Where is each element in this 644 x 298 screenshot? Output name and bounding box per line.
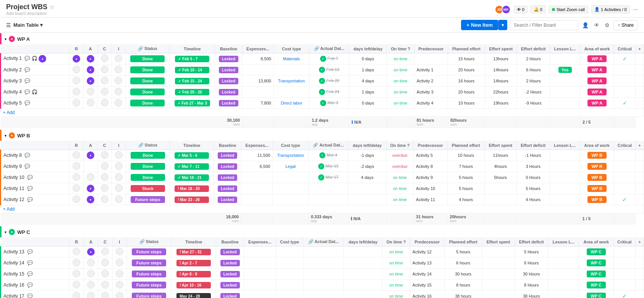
comment-icon[interactable]: 💬 bbox=[24, 164, 30, 169]
actual-date-cell: ✓ Feb 7 bbox=[309, 53, 349, 64]
add-cell[interactable]: + Add bbox=[1, 109, 644, 117]
comment-icon[interactable]: 💬 bbox=[24, 56, 30, 61]
col-a-cell bbox=[84, 258, 98, 269]
comment-icon[interactable]: 💬 bbox=[24, 78, 30, 84]
eye-counter-button[interactable]: 👁 0 bbox=[514, 6, 527, 13]
timeline-cell[interactable]: ✓ Feb 15 - 24 bbox=[170, 76, 215, 87]
activity-name-text: Activity 12 bbox=[3, 197, 24, 202]
timeline-cell[interactable]: ✓ Feb 27 - Mar 3 bbox=[170, 98, 215, 109]
area-badge: WP B bbox=[587, 174, 607, 181]
search-input[interactable] bbox=[510, 20, 578, 30]
on-time-cell: on time bbox=[382, 258, 410, 269]
sum-expenses: 30,100sum bbox=[1, 117, 243, 128]
add-cell[interactable]: + Add bbox=[1, 205, 644, 213]
sum-empty5 bbox=[516, 213, 550, 224]
status-cell[interactable]: Done bbox=[126, 172, 170, 183]
comment-icon[interactable]: 💬 bbox=[27, 260, 33, 266]
col-c-b: C bbox=[97, 141, 112, 150]
add-row[interactable]: + Add bbox=[1, 205, 644, 213]
baseline-cell: Locked bbox=[215, 98, 242, 109]
cost-type-cell: Legal bbox=[273, 161, 309, 172]
col-a-cell bbox=[83, 98, 97, 109]
group-toggle-wpa[interactable]: ▾ bbox=[5, 37, 6, 41]
col-add-c[interactable]: + bbox=[635, 237, 644, 246]
person-filter-button[interactable]: 👤 bbox=[581, 21, 590, 30]
filter-button[interactable]: ⚙ bbox=[603, 21, 611, 30]
activity-name-text: Activity 15 bbox=[3, 271, 24, 277]
status-cell[interactable]: Future steps bbox=[127, 258, 172, 269]
comment-icon[interactable]: 💬 bbox=[27, 271, 33, 277]
col-add-b[interactable]: + bbox=[636, 141, 644, 150]
more-options-button[interactable]: ··· bbox=[633, 6, 638, 13]
board-description[interactable]: Add board description bbox=[6, 11, 55, 16]
status-cell[interactable]: Stuck bbox=[126, 183, 170, 194]
status-badge: Done bbox=[130, 66, 165, 73]
timeline-cell[interactable]: ! Mar 27 - 31 bbox=[172, 246, 216, 258]
sum-score: 2 / 5 bbox=[580, 117, 614, 128]
comment-icon[interactable]: 💬 bbox=[27, 293, 33, 298]
comment-icon[interactable]: 💬 bbox=[27, 186, 33, 191]
timeline-cell[interactable]: ✓ Mar 19 - 21 bbox=[170, 172, 214, 183]
col-a-cell bbox=[83, 87, 97, 98]
avatar-2[interactable]: MK bbox=[502, 5, 511, 14]
main-table-button[interactable]: Main Table ▾ bbox=[13, 22, 43, 28]
person-icon bbox=[101, 66, 108, 73]
col-planned-c: Planned effort bbox=[444, 237, 482, 246]
status-cell[interactable]: Done bbox=[126, 161, 170, 172]
table-row: Activity 10 💬 Done ✓ Mar 19 - 21 bbox=[1, 172, 644, 183]
timeline-cell[interactable]: ! Apr 2 - 7 bbox=[172, 258, 216, 269]
col-add[interactable]: + bbox=[636, 44, 644, 53]
comment-icon[interactable]: 💬 bbox=[24, 89, 30, 95]
actual-dot: ✓ bbox=[319, 78, 325, 84]
comment-icon[interactable]: 💬 bbox=[27, 197, 33, 202]
comment-icon[interactable]: 💬 bbox=[27, 282, 33, 288]
status-cell[interactable]: Done bbox=[126, 53, 170, 64]
timeline-cell[interactable]: ✓ Feb 20 - 25 bbox=[170, 87, 215, 98]
new-item-button[interactable]: + New Item bbox=[461, 20, 498, 30]
people-button[interactable]: 👤 1 Activities / 0 bbox=[591, 5, 630, 13]
timeline-cell[interactable]: ✓ Mar 5 - 6 bbox=[170, 150, 214, 161]
status-cell[interactable]: Future steps bbox=[126, 194, 170, 205]
bell-counter-button[interactable]: 🔔 0 bbox=[531, 5, 545, 13]
status-cell[interactable]: Future steps bbox=[127, 280, 172, 291]
status-cell[interactable]: Future steps bbox=[127, 246, 172, 258]
activity-name-text: Activity 3 bbox=[3, 78, 22, 84]
status-cell[interactable]: Future steps bbox=[127, 291, 172, 298]
timeline-cell[interactable]: ✓ Feb 5 - 7 bbox=[170, 53, 215, 64]
comment-icon[interactable]: 💬 bbox=[24, 100, 30, 106]
timeline-cell[interactable]: ✓ Feb 10 - 14 bbox=[170, 64, 215, 76]
critical-check: ✓ bbox=[622, 197, 627, 203]
status-cell[interactable]: Done bbox=[126, 64, 170, 76]
add-row[interactable]: + Add bbox=[1, 109, 644, 117]
status-cell[interactable]: Future steps bbox=[127, 269, 172, 280]
group-toggle-wpc[interactable]: ▾ bbox=[5, 230, 6, 234]
actual-date: Mar 4 bbox=[327, 153, 337, 157]
zoom-call-button[interactable]: Start Zoom call bbox=[549, 6, 588, 13]
extra-cell bbox=[636, 76, 644, 87]
extra-cell bbox=[636, 172, 644, 183]
comment-icon[interactable]: 💬 bbox=[24, 67, 30, 72]
new-item-dropdown-button[interactable]: ▾ bbox=[498, 20, 507, 30]
status-cell[interactable]: Done bbox=[126, 150, 170, 161]
share-button[interactable]: ↑ Share bbox=[613, 20, 638, 30]
comment-icon[interactable]: 💬 bbox=[24, 153, 30, 158]
group-toggle-wpb[interactable]: ▾ bbox=[5, 134, 6, 138]
status-cell[interactable]: Done bbox=[126, 98, 170, 109]
cost-type-cell: Materials bbox=[273, 53, 309, 64]
timeline-cell[interactable]: ! Mar 18 - 20 bbox=[170, 183, 214, 194]
comment-icon[interactable]: 💬 bbox=[27, 249, 33, 255]
timeline-badge: ! Mar 23 - 26 bbox=[175, 197, 209, 203]
timeline-badge: ✓ Feb 15 - 24 bbox=[175, 78, 209, 84]
eye-filter-button[interactable]: 👁 bbox=[592, 21, 601, 30]
star-icon[interactable]: ☆ bbox=[50, 4, 55, 10]
person-icon bbox=[87, 292, 95, 298]
activity-name-text: Activity 4 bbox=[3, 89, 22, 95]
comment-icon[interactable]: 💬 bbox=[27, 175, 33, 180]
status-cell[interactable]: Done bbox=[126, 76, 170, 87]
status-cell[interactable]: Done bbox=[126, 87, 170, 98]
timeline-cell[interactable]: ! Apr 10 - 16 bbox=[172, 280, 216, 291]
timeline-cell[interactable]: ! Apr 8 - 9 bbox=[172, 269, 216, 280]
timeline-cell[interactable]: May 24 - 28 bbox=[172, 291, 216, 298]
timeline-cell[interactable]: ✓ Mar 7 - 11 bbox=[170, 161, 214, 172]
timeline-cell[interactable]: ! Mar 23 - 26 bbox=[170, 194, 214, 205]
